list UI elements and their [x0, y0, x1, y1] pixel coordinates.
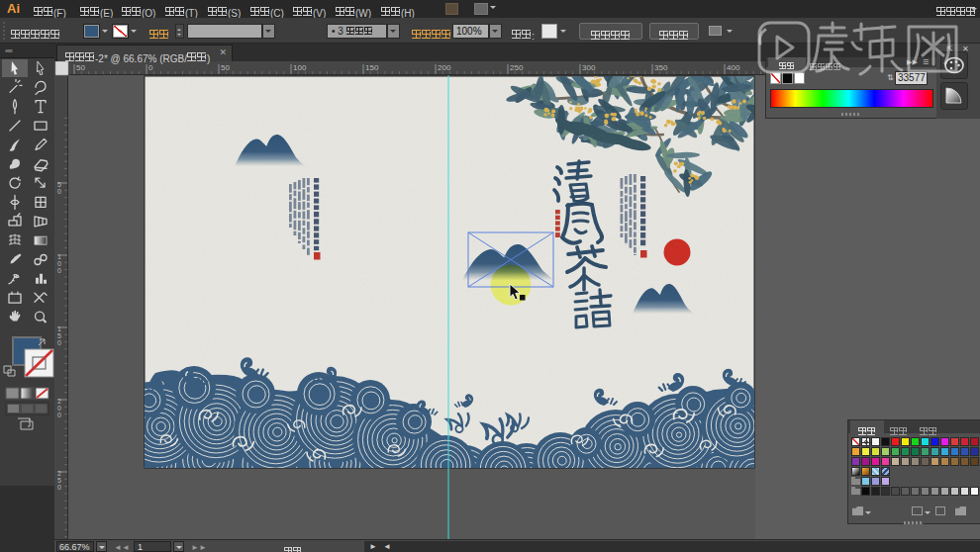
svg-text:350: 350 [654, 63, 668, 72]
svg-text:0: 0 [57, 339, 61, 346]
svg-text:300: 300 [582, 63, 596, 72]
svg-text:1: 1 [57, 253, 61, 260]
svg-text:0: 0 [57, 188, 61, 195]
svg-text:0: 0 [57, 484, 61, 491]
svg-text:0: 0 [57, 260, 61, 267]
svg-text:100: 100 [293, 63, 307, 72]
svg-text:0: 0 [57, 412, 61, 418]
svg-text:5: 5 [57, 477, 61, 484]
svg-text:50: 50 [221, 63, 230, 72]
svg-text:250: 250 [510, 63, 524, 72]
svg-text:400: 400 [727, 63, 740, 72]
svg-text:2: 2 [57, 470, 61, 477]
svg-text:0: 0 [57, 405, 61, 412]
svg-text:0: 0 [57, 267, 61, 274]
svg-text:150: 150 [365, 63, 379, 72]
svg-text:2: 2 [57, 398, 61, 405]
svg-text:200: 200 [438, 63, 451, 72]
svg-text:5: 5 [57, 181, 61, 188]
svg-text:1: 1 [57, 325, 61, 332]
svg-text:5: 5 [57, 332, 61, 339]
